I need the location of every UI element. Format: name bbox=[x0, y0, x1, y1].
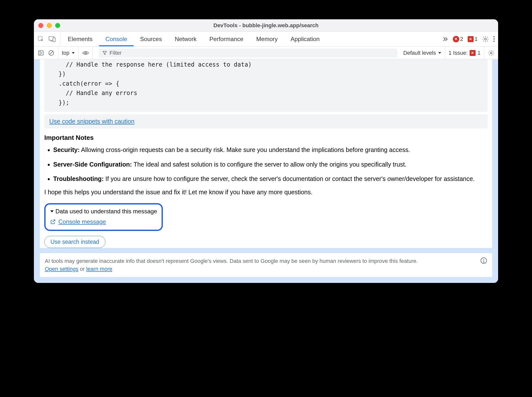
list-item: Server-Side Configuration: The ideal and… bbox=[53, 160, 488, 169]
svg-point-12 bbox=[484, 262, 484, 263]
tab-memory[interactable]: Memory bbox=[250, 32, 284, 46]
tab-performance[interactable]: Performance bbox=[203, 32, 250, 46]
list-item: Security: Allowing cross-origin requests… bbox=[53, 145, 488, 155]
console-message-link[interactable]: Console message bbox=[58, 218, 106, 225]
live-expression-eye-icon[interactable] bbox=[82, 50, 89, 56]
log-levels-selector[interactable]: Default levels bbox=[403, 50, 441, 56]
filter-icon bbox=[102, 50, 107, 55]
console-content: // Handle the response here (limited acc… bbox=[34, 59, 498, 283]
footer-text: AI tools may generate inaccurate info th… bbox=[45, 258, 418, 264]
tab-network[interactable]: Network bbox=[168, 32, 203, 46]
devtools-window: DevTools - bubble-jingle.web.app/search … bbox=[34, 19, 498, 283]
levels-label: Default levels bbox=[403, 50, 436, 56]
kebab-menu-icon[interactable] bbox=[493, 36, 495, 42]
clear-console-icon[interactable] bbox=[48, 50, 55, 56]
settings-gear-icon[interactable] bbox=[482, 36, 489, 43]
issues-badge[interactable]: ✕ 1 bbox=[468, 36, 478, 42]
triangle-down-icon bbox=[50, 209, 54, 213]
svg-point-9 bbox=[490, 52, 492, 54]
error-icon: ✕ bbox=[453, 36, 459, 42]
issue-summary-prefix: 1 Issue: bbox=[449, 50, 468, 56]
error-count: 2 bbox=[460, 36, 463, 42]
error-badge[interactable]: ✕ 2 bbox=[453, 36, 463, 42]
panel-tabs: Elements Console Sources Network Perform… bbox=[61, 32, 326, 46]
snippet-caution-link[interactable]: Use code snippets with caution bbox=[49, 118, 135, 125]
notes-heading: Important Notes bbox=[44, 134, 488, 142]
tab-elements[interactable]: Elements bbox=[61, 32, 99, 46]
svg-rect-4 bbox=[38, 51, 43, 55]
chevron-down-icon bbox=[438, 51, 441, 55]
snippet-caution-banner: Use code snippets with caution bbox=[44, 114, 488, 128]
notes-list: Security: Allowing cross-origin requests… bbox=[44, 145, 488, 184]
context-selector[interactable]: top bbox=[62, 50, 75, 56]
svg-point-8 bbox=[85, 52, 86, 54]
issue-summary[interactable]: 1 Issue: ✕ 1 bbox=[449, 50, 481, 56]
svg-line-7 bbox=[50, 51, 53, 54]
data-used-label: Data used to understand this message bbox=[55, 208, 157, 215]
main-toolbar: Elements Console Sources Network Perform… bbox=[34, 32, 498, 47]
window-title: DevTools - bubble-jingle.web.app/search bbox=[34, 22, 498, 29]
filter-input[interactable]: Filter bbox=[99, 49, 397, 57]
ai-insight-card: // Handle the response here (limited acc… bbox=[40, 59, 492, 248]
context-label: top bbox=[62, 50, 70, 56]
filter-placeholder: Filter bbox=[110, 50, 122, 56]
titlebar: DevTools - bubble-jingle.web.app/search bbox=[34, 19, 498, 32]
device-toolbar-icon[interactable] bbox=[49, 36, 56, 43]
svg-rect-2 bbox=[53, 38, 55, 42]
console-subbar: top Filter Default levels 1 Issue: ✕ 1 bbox=[34, 47, 498, 59]
use-search-button[interactable]: Use search instead bbox=[44, 236, 105, 248]
data-used-callout: Data used to understand this message Con… bbox=[44, 203, 163, 231]
chevron-down-icon bbox=[72, 51, 75, 55]
more-tabs-icon[interactable] bbox=[441, 36, 448, 43]
code-block: // Handle the response here (limited acc… bbox=[44, 59, 488, 112]
data-used-toggle[interactable]: Data used to understand this message bbox=[50, 208, 157, 215]
issue-summary-count: 1 bbox=[478, 50, 481, 56]
warning-icon[interactable] bbox=[480, 257, 487, 264]
issues-count: 1 bbox=[475, 36, 478, 42]
tab-console[interactable]: Console bbox=[99, 32, 134, 46]
issue-flag-icon: ✕ bbox=[470, 50, 476, 56]
open-settings-link[interactable]: Open settings bbox=[45, 266, 78, 272]
open-in-new-icon bbox=[50, 219, 56, 225]
tab-sources[interactable]: Sources bbox=[134, 32, 168, 46]
toggle-sidebar-icon[interactable] bbox=[37, 50, 44, 56]
svg-point-3 bbox=[484, 38, 486, 40]
tab-application[interactable]: Application bbox=[284, 32, 326, 46]
inspect-element-icon[interactable] bbox=[37, 36, 44, 43]
console-settings-gear-icon[interactable] bbox=[488, 50, 495, 56]
learn-more-link[interactable]: learn more bbox=[86, 266, 112, 272]
ai-disclaimer-footer: AI tools may generate inaccurate info th… bbox=[40, 253, 492, 277]
issue-flag-icon: ✕ bbox=[468, 36, 474, 42]
list-item: Troubleshooting: If you are unsure how t… bbox=[53, 174, 488, 184]
closing-text: I hope this helps you understand the iss… bbox=[44, 189, 488, 196]
